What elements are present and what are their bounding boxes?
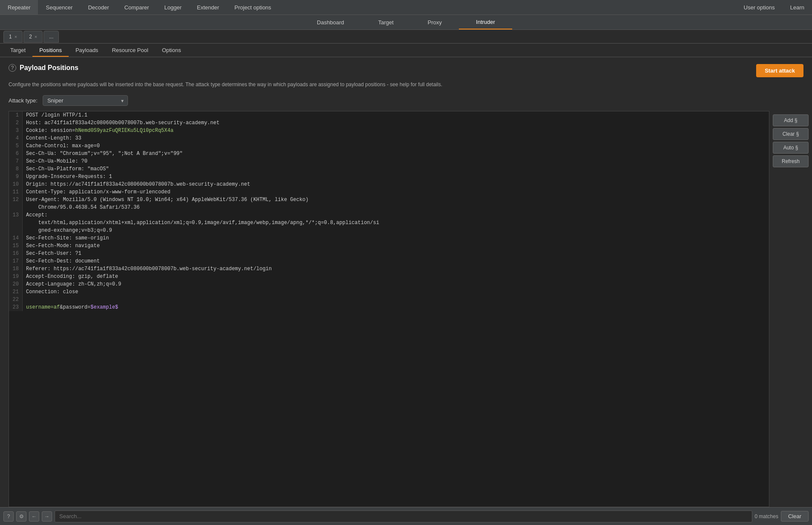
table-row: 3Cookie: session=hNemd0S9yazFuQRIEKu5LQi… <box>9 127 769 134</box>
nav-dashboard[interactable]: Dashboard <box>300 15 361 29</box>
matches-count: 0 matches <box>755 513 778 519</box>
tab-1-label: 1 <box>9 34 12 40</box>
table-row: 12User-Agent: Mozilla/5.0 (Windows NT 10… <box>9 196 769 211</box>
help-icon[interactable]: ? <box>9 64 16 72</box>
tab-options[interactable]: Options <box>155 44 188 57</box>
table-row: 11Content-Type: application/x-www-form-u… <box>9 188 769 196</box>
table-row: 18Referer: https://ac741f1a1f833a42c0806… <box>9 265 769 273</box>
attack-type-row: Attack type: Sniper Battering ram Pitchf… <box>0 93 812 111</box>
table-row: 20Accept-Language: zh-CN,zh;q=0.9 <box>9 280 769 288</box>
nav-decoder[interactable]: Decoder <box>80 0 116 15</box>
payload-positions-title: ? Payload Positions <box>9 64 78 72</box>
table-row: 14Sec-Fetch-Site: same-origin <box>9 234 769 242</box>
page-tabs: Target Positions Payloads Resource Pool … <box>0 44 812 57</box>
nav-extender[interactable]: Extender <box>189 0 227 15</box>
table-row: 21Connection: close <box>9 288 769 296</box>
table-row: 13Accept: text/html,application/xhtml+xm… <box>9 211 769 234</box>
nav-intruder[interactable]: Intruder <box>459 15 512 29</box>
back-button[interactable]: ← <box>29 511 39 522</box>
description-text: Configure the positions where payloads w… <box>0 81 812 93</box>
payload-positions-header: ? Payload Positions Start attack <box>0 57 812 81</box>
bottom-bar: ? ⚙ ← → 0 matches Clear <box>0 507 812 525</box>
table-row: 9Upgrade-Insecure-Requests: 1 <box>9 173 769 181</box>
top-navigation: Repeater Sequencer Decoder Comparer Logg… <box>0 0 812 15</box>
table-row: 8Sec-Ch-Ua-Platform: "macOS" <box>9 165 769 173</box>
back-icon: ← <box>32 513 37 519</box>
tab-2-close[interactable]: × <box>35 34 37 39</box>
tab-payloads[interactable]: Payloads <box>69 44 105 57</box>
bottom-settings-button[interactable]: ⚙ <box>16 511 26 522</box>
tab-more-label: ... <box>49 34 53 40</box>
nav-target[interactable]: Target <box>361 15 411 29</box>
nav-proxy[interactable]: Proxy <box>411 15 459 29</box>
table-row: 7Sec-Ch-Ua-Mobile: ?0 <box>9 158 769 165</box>
table-row: 19Accept-Encoding: gzip, deflate <box>9 273 769 280</box>
tab-1-close[interactable]: × <box>14 34 17 39</box>
forward-button[interactable]: → <box>42 511 52 522</box>
settings-icon: ⚙ <box>19 513 24 519</box>
question-icon: ? <box>7 513 10 519</box>
request-editor[interactable]: 1POST /login HTTP/1.12Host: ac741f1a1f83… <box>9 111 769 507</box>
second-navigation: Dashboard Target Proxy Intruder <box>0 15 812 30</box>
tab-positions[interactable]: Positions <box>32 44 69 57</box>
attack-type-label: Attack type: <box>9 97 38 104</box>
nav-sequencer[interactable]: Sequencer <box>38 0 80 15</box>
nav-comparer[interactable]: Comparer <box>117 0 157 15</box>
table-row: 1POST /login HTTP/1.1 <box>9 111 769 119</box>
nav-logger[interactable]: Logger <box>157 0 189 15</box>
tab-resource-pool[interactable]: Resource Pool <box>105 44 155 57</box>
table-row: 4Content-Length: 33 <box>9 134 769 142</box>
table-row: 2Host: ac741f1a1f833a42c080600b0078007b.… <box>9 119 769 127</box>
start-attack-button[interactable]: Start attack <box>756 64 803 77</box>
attack-type-select-wrapper: Sniper Battering ram Pitchfork Cluster b… <box>43 95 128 106</box>
tab-target[interactable]: Target <box>3 44 32 57</box>
table-row: 6Sec-Ch-Ua: "Chromium";v="95", ";Not A B… <box>9 150 769 158</box>
tab-2[interactable]: 2 × <box>23 31 43 43</box>
table-row: 23username=af&password=$example$ <box>9 303 769 311</box>
table-row: 16Sec-Fetch-User: ?1 <box>9 250 769 257</box>
clear-search-button[interactable]: Clear <box>781 511 809 522</box>
table-row: 15Sec-Fetch-Mode: navigate <box>9 242 769 250</box>
section-title: Payload Positions <box>20 64 78 72</box>
nav-learn[interactable]: Learn <box>783 0 812 15</box>
table-row: 5Cache-Control: max-age=0 <box>9 142 769 150</box>
search-input[interactable] <box>55 510 752 522</box>
bottom-help-button[interactable]: ? <box>3 511 14 522</box>
attack-type-select[interactable]: Sniper Battering ram Pitchfork Cluster b… <box>43 95 128 106</box>
nav-project-options[interactable]: Project options <box>227 0 279 15</box>
tab-more[interactable]: ... <box>44 31 59 43</box>
nav-repeater[interactable]: Repeater <box>0 0 38 15</box>
table-row: 17Sec-Fetch-Dest: document <box>9 257 769 265</box>
tab-2-label: 2 <box>29 34 32 40</box>
main-content: ? Payload Positions Start attack Configu… <box>0 57 812 507</box>
tab-1[interactable]: 1 × <box>3 31 23 43</box>
clear-section-button[interactable]: Clear § <box>773 128 809 140</box>
forward-icon: → <box>44 513 49 519</box>
right-button-panel: Add § Clear § Auto § Refresh <box>769 111 812 507</box>
table-row: 22 <box>9 296 769 303</box>
editor-area: ? Payload Positions Start attack Configu… <box>0 57 812 507</box>
table-row: 10Origin: https://ac741f1a1f833a42c08060… <box>9 181 769 188</box>
instance-tabs: 1 × 2 × ... <box>0 30 812 44</box>
add-section-button[interactable]: Add § <box>773 114 809 126</box>
nav-user-options[interactable]: User options <box>736 0 783 15</box>
refresh-button[interactable]: Refresh <box>773 155 809 167</box>
auto-section-button[interactable]: Auto § <box>773 142 809 154</box>
